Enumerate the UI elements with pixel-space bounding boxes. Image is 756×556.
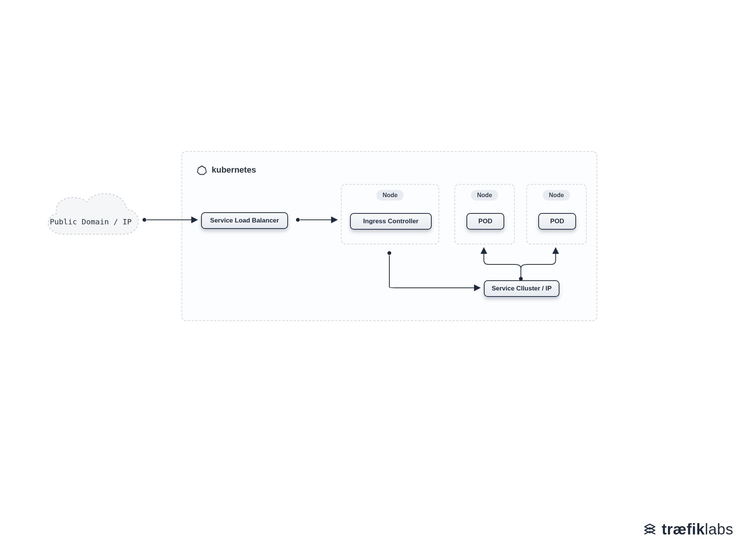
traefik-word: træfik	[662, 521, 705, 537]
traefiklabs-logo: træfiklabs	[643, 521, 733, 538]
node-ingress: Node Ingress Controller	[341, 184, 439, 244]
pod-a: POD	[466, 213, 504, 230]
node-badge: Node	[471, 190, 498, 201]
node-badge: Node	[376, 190, 404, 201]
pod-b: POD	[538, 213, 576, 230]
node-pod-b: Node POD	[526, 184, 587, 244]
public-cloud: Public Domain / IP	[38, 181, 144, 246]
node-pod-a: Node POD	[454, 184, 515, 244]
node-badge: Node	[543, 190, 570, 201]
traefiklabs-wordmark: træfiklabs	[662, 521, 733, 538]
diagram-canvas: Public Domain / IP kubernetes Service Lo…	[0, 0, 756, 556]
service-load-balancer: Service Load Balancer	[201, 212, 288, 229]
cloud-icon	[38, 181, 144, 246]
kubernetes-title: kubernetes	[197, 165, 256, 175]
service-cluster-ip: Service Clluster / IP	[484, 280, 559, 297]
labs-word: labs	[705, 521, 733, 537]
ingress-controller: Ingress Controller	[350, 213, 432, 230]
kubernetes-title-text: kubernetes	[212, 165, 256, 175]
traefik-mark-icon	[643, 522, 657, 537]
public-cloud-label: Public Domain / IP	[38, 217, 144, 226]
kubernetes-icon	[197, 165, 207, 175]
kubernetes-cluster: kubernetes Service Load Balancer Node In…	[181, 151, 597, 321]
